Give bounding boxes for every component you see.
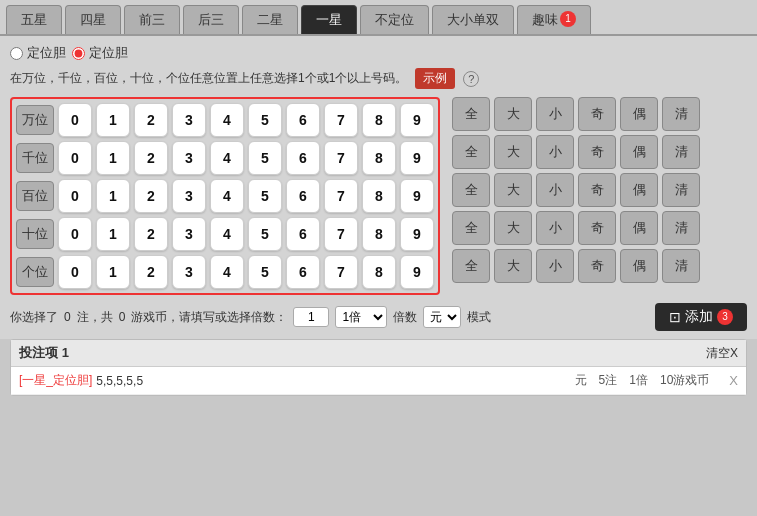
example-button[interactable]: 示例 (415, 68, 455, 89)
num-btn-1-8[interactable]: 8 (362, 141, 396, 175)
bet-x-button[interactable]: X (729, 373, 738, 388)
attr-btn-3-4[interactable]: 偶 (620, 211, 658, 245)
num-btn-2-8[interactable]: 8 (362, 179, 396, 213)
attr-btn-1-0[interactable]: 全 (452, 135, 490, 169)
position-label-2[interactable]: 百位 (16, 181, 54, 211)
tab-4star[interactable]: 四星 (65, 5, 121, 34)
num-btn-1-6[interactable]: 6 (286, 141, 320, 175)
num-btn-4-7[interactable]: 7 (324, 255, 358, 289)
attr-btn-1-3[interactable]: 奇 (578, 135, 616, 169)
num-btn-4-6[interactable]: 6 (286, 255, 320, 289)
num-btn-4-9[interactable]: 9 (400, 255, 434, 289)
attr-btn-2-0[interactable]: 全 (452, 173, 490, 207)
attr-btn-2-4[interactable]: 偶 (620, 173, 658, 207)
position-label-3[interactable]: 十位 (16, 219, 54, 249)
num-btn-3-4[interactable]: 4 (210, 217, 244, 251)
num-btn-4-0[interactable]: 0 (58, 255, 92, 289)
num-btn-2-6[interactable]: 6 (286, 179, 320, 213)
attr-btn-1-1[interactable]: 大 (494, 135, 532, 169)
num-btn-0-1[interactable]: 1 (96, 103, 130, 137)
tab-5star[interactable]: 五星 (6, 5, 62, 34)
attr-btn-2-1[interactable]: 大 (494, 173, 532, 207)
num-btn-4-5[interactable]: 5 (248, 255, 282, 289)
radio-option-1[interactable]: 定位胆 (10, 44, 66, 62)
num-btn-1-1[interactable]: 1 (96, 141, 130, 175)
num-btn-2-5[interactable]: 5 (248, 179, 282, 213)
attr-btn-2-2[interactable]: 小 (536, 173, 574, 207)
attr-btn-3-3[interactable]: 奇 (578, 211, 616, 245)
multiplier-input[interactable]: 1 (293, 307, 329, 327)
tab-fun[interactable]: 趣味1 (517, 5, 591, 34)
position-label-4[interactable]: 个位 (16, 257, 54, 287)
num-btn-1-4[interactable]: 4 (210, 141, 244, 175)
num-btn-3-5[interactable]: 5 (248, 217, 282, 251)
radio-option-2[interactable]: 定位胆 (72, 44, 128, 62)
clear-button[interactable]: 清空X (706, 345, 738, 362)
num-btn-2-3[interactable]: 3 (172, 179, 206, 213)
num-btn-0-8[interactable]: 8 (362, 103, 396, 137)
attr-btn-4-0[interactable]: 全 (452, 249, 490, 283)
attr-btn-0-0[interactable]: 全 (452, 97, 490, 131)
attr-btn-0-1[interactable]: 大 (494, 97, 532, 131)
num-btn-3-2[interactable]: 2 (134, 217, 168, 251)
num-btn-0-5[interactable]: 5 (248, 103, 282, 137)
num-btn-3-3[interactable]: 3 (172, 217, 206, 251)
num-btn-3-9[interactable]: 9 (400, 217, 434, 251)
num-btn-0-4[interactable]: 4 (210, 103, 244, 137)
attr-btn-0-5[interactable]: 清 (662, 97, 700, 131)
attr-btn-2-3[interactable]: 奇 (578, 173, 616, 207)
num-btn-4-1[interactable]: 1 (96, 255, 130, 289)
num-btn-1-3[interactable]: 3 (172, 141, 206, 175)
attr-btn-1-4[interactable]: 偶 (620, 135, 658, 169)
num-btn-4-8[interactable]: 8 (362, 255, 396, 289)
num-btn-2-0[interactable]: 0 (58, 179, 92, 213)
tab-2star[interactable]: 二星 (242, 5, 298, 34)
attr-btn-2-5[interactable]: 清 (662, 173, 700, 207)
num-btn-3-6[interactable]: 6 (286, 217, 320, 251)
num-btn-2-7[interactable]: 7 (324, 179, 358, 213)
num-btn-1-2[interactable]: 2 (134, 141, 168, 175)
num-btn-0-9[interactable]: 9 (400, 103, 434, 137)
num-btn-0-0[interactable]: 0 (58, 103, 92, 137)
position-label-1[interactable]: 千位 (16, 143, 54, 173)
attr-btn-3-1[interactable]: 大 (494, 211, 532, 245)
num-btn-0-6[interactable]: 6 (286, 103, 320, 137)
attr-btn-0-2[interactable]: 小 (536, 97, 574, 131)
attr-btn-0-3[interactable]: 奇 (578, 97, 616, 131)
attr-btn-3-2[interactable]: 小 (536, 211, 574, 245)
attr-btn-4-5[interactable]: 清 (662, 249, 700, 283)
help-icon[interactable]: ? (463, 71, 479, 87)
num-btn-1-7[interactable]: 7 (324, 141, 358, 175)
num-btn-2-4[interactable]: 4 (210, 179, 244, 213)
add-button[interactable]: ⊡ 添加 3 (655, 303, 747, 331)
num-btn-0-7[interactable]: 7 (324, 103, 358, 137)
radio-input-2[interactable] (72, 47, 85, 60)
radio-input-1[interactable] (10, 47, 23, 60)
attr-btn-3-5[interactable]: 清 (662, 211, 700, 245)
num-btn-3-7[interactable]: 7 (324, 217, 358, 251)
num-btn-3-0[interactable]: 0 (58, 217, 92, 251)
num-btn-1-5[interactable]: 5 (248, 141, 282, 175)
num-btn-0-2[interactable]: 2 (134, 103, 168, 137)
num-btn-1-9[interactable]: 9 (400, 141, 434, 175)
attr-btn-4-2[interactable]: 小 (536, 249, 574, 283)
num-btn-3-8[interactable]: 8 (362, 217, 396, 251)
attr-btn-1-5[interactable]: 清 (662, 135, 700, 169)
num-btn-2-1[interactable]: 1 (96, 179, 130, 213)
attr-btn-4-3[interactable]: 奇 (578, 249, 616, 283)
num-btn-2-9[interactable]: 9 (400, 179, 434, 213)
attr-btn-4-4[interactable]: 偶 (620, 249, 658, 283)
tab-front3[interactable]: 前三 (124, 5, 180, 34)
attr-btn-4-1[interactable]: 大 (494, 249, 532, 283)
num-btn-0-3[interactable]: 3 (172, 103, 206, 137)
unit-select[interactable]: 元 角 分 (423, 306, 461, 328)
tab-back3[interactable]: 后三 (183, 5, 239, 34)
num-btn-3-1[interactable]: 1 (96, 217, 130, 251)
times-select[interactable]: 1倍 2倍 5倍 10倍 (335, 306, 387, 328)
num-btn-4-4[interactable]: 4 (210, 255, 244, 289)
tab-1star[interactable]: 一星 (301, 5, 357, 34)
num-btn-2-2[interactable]: 2 (134, 179, 168, 213)
attr-btn-0-4[interactable]: 偶 (620, 97, 658, 131)
tab-bigsmall[interactable]: 大小单双 (432, 5, 514, 34)
attr-btn-1-2[interactable]: 小 (536, 135, 574, 169)
